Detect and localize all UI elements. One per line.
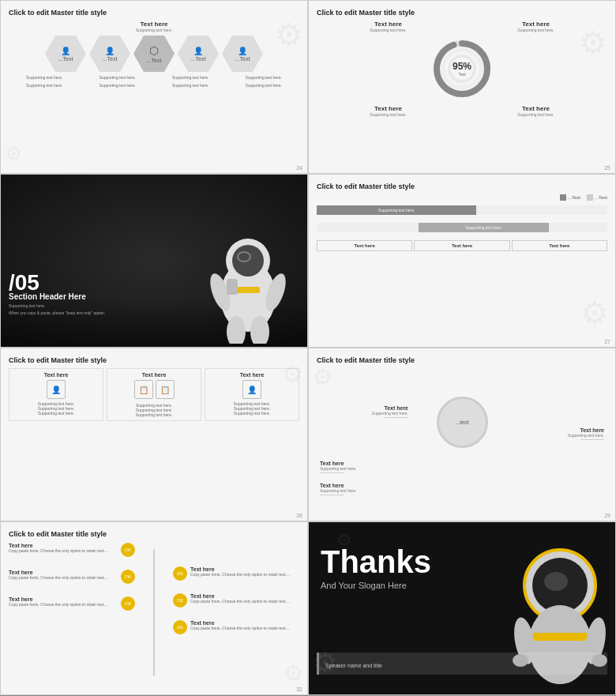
- t3-title: Text here: [9, 570, 118, 575]
- percent-value: 95%: [453, 61, 471, 72]
- timeline-item-4-content: Text here Copy paste fonts. Choose the o…: [190, 593, 299, 604]
- s6-tr: Text here Supporting text here.: [317, 424, 411, 477]
- s5-col-1-sub3: Supporting text here.: [38, 411, 74, 416]
- s2-tr-sub: Supporting text here.: [517, 28, 554, 32]
- slide-5: ⚙ Click to edit Master title style Text …: [0, 348, 308, 521]
- hex-row: 👤...Text 👤...Text ⬡...Text 👤...Text 👤...…: [9, 36, 299, 72]
- slide-7-title: Click to edit Master title style: [9, 530, 299, 538]
- hex-3-label: ...Text: [147, 58, 162, 63]
- timeline-item-1-content: Text here Copy paste fonts. Choose the o…: [9, 543, 118, 553]
- s2-br: Text here Supporting text here.: [464, 105, 607, 117]
- slide-1-top-sub: Supporting text here.: [9, 28, 299, 32]
- s6-tl-title: Text here: [384, 405, 408, 411]
- timeline-item-6: 15K Text here Copy paste fonts. Choose t…: [173, 620, 299, 634]
- s6-tr-line: [320, 472, 344, 473]
- hex-4-label: ...Text: [191, 56, 206, 62]
- slide-6-number: 29: [604, 513, 610, 518]
- timeline-item-1: Text here Copy paste fonts. Choose the o…: [9, 543, 135, 557]
- gantt-row-1: Supporting text here.: [317, 205, 607, 215]
- t5-dot: 15K: [121, 596, 135, 611]
- svg-point-12: [544, 572, 568, 591]
- t5-amount: 15K: [125, 601, 132, 606]
- t3-dot: 15K: [121, 570, 135, 584]
- hex-1-label: ...Text: [58, 56, 73, 62]
- timeline-left-col: Text here Copy paste fonts. Choose the o…: [9, 543, 135, 675]
- gantt-bar-1-label: Supporting text here.: [378, 208, 415, 213]
- t6-sub: Copy paste fonts. Choose the only option…: [190, 626, 299, 630]
- s2-tl: Text here Supporting text here.: [317, 21, 460, 32]
- s6-tl-sub: Supporting text here.: [372, 411, 408, 416]
- t2-dot: 15K: [173, 566, 187, 581]
- timeline-item-3-content: Text here Copy paste fonts. Choose the o…: [9, 570, 118, 580]
- slide-2: ⚙ Click to edit Master title style Text …: [308, 0, 616, 174]
- sup-2: Supporting text here.: [82, 75, 154, 80]
- timeline-right-col: 15K Text here Copy paste fonts. Choose t…: [173, 543, 299, 675]
- section-content: /05 Section Header Here Supporting text …: [9, 270, 106, 315]
- t6-dot: 15K: [173, 620, 187, 634]
- timeline-item-4: 15K Text here Copy paste fonts. Choose t…: [173, 593, 299, 608]
- gantt-bar-container-2: Supporting text here.: [317, 223, 607, 232]
- slide-1-top-title: Text here: [9, 21, 299, 28]
- astronaut-figure: [197, 217, 299, 347]
- slide-3: /05 Section Header Here Supporting text …: [0, 174, 308, 348]
- s5-icon-2a: 📋: [134, 380, 153, 399]
- slide-1-top: Text here Supporting text here.: [9, 21, 299, 32]
- s5-col-2-sub3: Supporting text here.: [136, 412, 172, 417]
- sup-5: Supporting text here.: [9, 83, 81, 88]
- supporting-grid-2: Supporting text here. Supporting text he…: [9, 83, 299, 88]
- s2-tl-title: Text here: [374, 21, 402, 28]
- legend-label-2: ...Text: [595, 195, 607, 200]
- t4-title: Text here: [190, 593, 299, 599]
- sup-3: Supporting text here.: [155, 75, 227, 80]
- s6-bl-sub: Supporting text here.: [568, 433, 604, 438]
- s2-br-title: Text here: [522, 105, 550, 112]
- timeline-item-2: 15K Text here Copy paste fonts. Choose t…: [173, 566, 299, 581]
- gear-decoration-2: ⚙: [5, 142, 22, 165]
- slide-6: ⚙ Click to edit Master title style Text …: [308, 348, 616, 521]
- slide-6-title: Click to edit Master title style: [317, 356, 607, 364]
- t6-amount: 15K: [177, 625, 184, 630]
- t4-dot: 15K: [173, 593, 187, 608]
- s6-bl-title: Text here: [580, 427, 604, 433]
- slide-2-title: Click to edit Master title style: [317, 9, 607, 17]
- speaker-name: Speaker name and title: [325, 663, 382, 668]
- s2-bl-sub: Supporting text here.: [370, 112, 406, 117]
- s6-tr-title: Text here: [320, 461, 344, 466]
- gear-decoration-1: ⚙: [275, 17, 303, 53]
- legend-label-1: ...Text: [568, 195, 580, 200]
- s2-center: 95% Text: [317, 37, 607, 100]
- s5-col-1: Text here 👤 Supporting text here. Suppor…: [9, 368, 103, 421]
- s6-bl: Text here Supporting text here.: [513, 424, 607, 477]
- s5-grid: Text here 👤 Supporting text here. Suppor…: [9, 368, 299, 421]
- slide-7: ⚙ Click to edit Master title style Text …: [0, 521, 308, 695]
- s5-icon-1: 👤: [47, 380, 66, 399]
- hex-2: 👤...Text: [89, 36, 130, 72]
- slide-7-number: 32: [296, 687, 302, 692]
- s5-icon-3: 👤: [242, 380, 261, 399]
- section-sub-1: Supporting text here.: [9, 303, 106, 308]
- gear-decoration-3: ⚙: [579, 24, 607, 61]
- thanks-slogan: And Your Slogan Here: [321, 581, 431, 590]
- s6-br: Text here Supporting text here.: [317, 480, 411, 498]
- s6-br-title: Text here: [320, 483, 344, 488]
- slide-5-title: Click to edit Master title style: [9, 356, 299, 364]
- t3-sub: Copy paste fonts. Choose the only option…: [9, 575, 118, 580]
- t1-title: Text here: [9, 543, 118, 548]
- timeline-item-2-content: Text here Copy paste fonts. Choose the o…: [190, 566, 299, 577]
- t2-title: Text here: [190, 566, 299, 572]
- circular-chart: 95% Text: [430, 37, 494, 100]
- svg-rect-4: [236, 287, 260, 293]
- s6-br-line: [320, 495, 344, 495]
- s6-center-circle: ...text: [437, 397, 488, 448]
- gear-decoration-4: ⚙: [580, 295, 609, 331]
- circle-text: 95% Text: [453, 61, 471, 77]
- hex-2-label: ...Text: [103, 56, 118, 62]
- s5-col-1-title: Text here: [44, 372, 69, 378]
- sup-4: Supporting text here.: [228, 75, 300, 80]
- s5-icon-2b: 📋: [156, 380, 175, 399]
- hex-1: 👤...Text: [45, 36, 86, 72]
- s5-icon-row: 📋 📋: [134, 380, 175, 401]
- speaker-bar: Speaker name and title: [317, 653, 607, 675]
- footer-1: Text here: [317, 240, 412, 251]
- sup-7: Supporting text here.: [155, 83, 227, 88]
